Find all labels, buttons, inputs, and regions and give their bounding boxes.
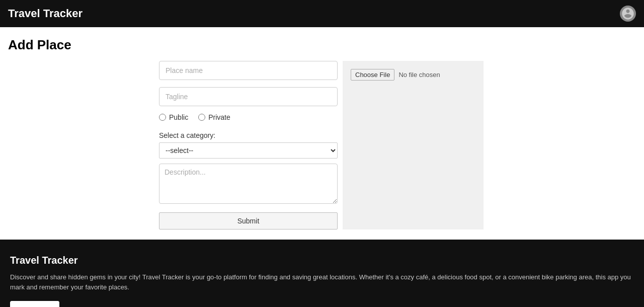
add-place-form-area: Public Private Select a category: --sele… [0, 61, 644, 229]
footer-description: Discover and share hidden gems in your c… [10, 272, 634, 292]
description-textarea[interactable] [159, 164, 338, 204]
category-label: Select a category: [159, 131, 338, 139]
visibility-radio-group: Public Private [159, 113, 338, 121]
account-circle-icon [621, 7, 635, 21]
tagline-input[interactable] [159, 87, 338, 106]
app-header: Travel Tracker [0, 0, 644, 27]
public-label-text: Public [169, 113, 188, 121]
private-label-text: Private [208, 113, 230, 121]
page-title: Add Place [0, 37, 644, 61]
private-radio[interactable] [198, 114, 205, 121]
footer: Travel Tracker Discover and share hidden… [0, 240, 644, 307]
private-radio-label[interactable]: Private [198, 113, 230, 121]
choose-file-button[interactable]: Choose File [351, 69, 394, 81]
contact-us-button[interactable]: Contact Us [10, 301, 59, 307]
form-left-panel: Public Private Select a category: --sele… [159, 61, 338, 229]
file-input-area: Choose File No file chosen [351, 69, 475, 81]
footer-title: Travel Tracker [10, 255, 634, 266]
user-avatar[interactable] [620, 6, 636, 22]
public-radio-label[interactable]: Public [159, 113, 188, 121]
place-name-input[interactable] [159, 61, 338, 80]
submit-button[interactable]: Submit [159, 212, 338, 229]
public-radio[interactable] [159, 114, 166, 121]
category-select[interactable]: --select-- [159, 142, 338, 159]
file-upload-panel: Choose File No file chosen [343, 61, 484, 229]
main-content: Add Place Public Private Select a catego… [0, 27, 644, 240]
app-title: Travel Tracker [8, 7, 83, 20]
file-status-text: No file chosen [398, 71, 440, 79]
